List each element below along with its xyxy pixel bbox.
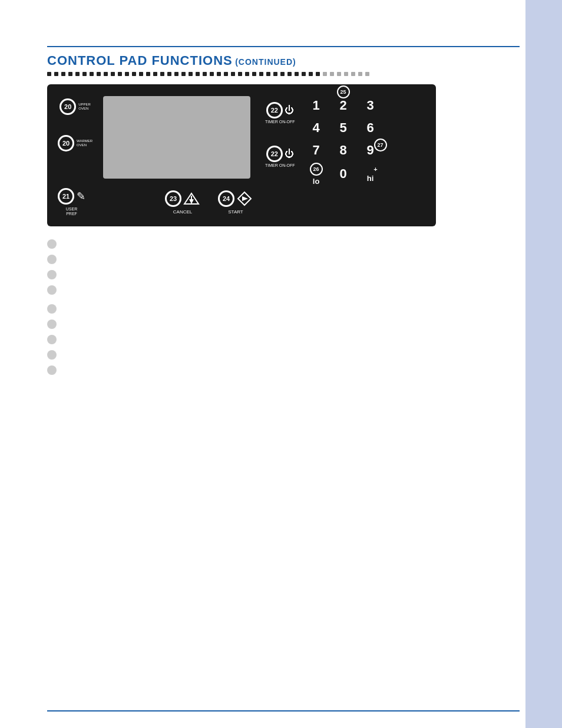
bullet-list <box>47 238 520 375</box>
numpad-row2: 4 5 6 <box>305 118 425 137</box>
dot <box>174 72 178 76</box>
bullet-circle <box>47 255 57 264</box>
btn-20-upper-circle: 20 <box>59 98 76 115</box>
dot <box>231 72 235 76</box>
lo-label: lo <box>313 177 320 186</box>
svg-marker-4 <box>242 196 248 201</box>
btn-20-warmer-circle: 20 <box>58 135 74 151</box>
dot <box>302 72 306 76</box>
key-3[interactable]: 3 <box>362 96 379 115</box>
key-6[interactable]: 6 <box>362 118 379 137</box>
dot <box>68 72 72 76</box>
numpad-row3: 7 8 27 9 <box>305 141 425 160</box>
bullet-item <box>47 269 520 279</box>
key-2[interactable]: 25 2 <box>335 96 352 115</box>
btn-20-warmer-label1: WARMER <box>77 139 92 143</box>
btn-23-label: CANCEL <box>173 209 192 215</box>
dot <box>139 72 143 76</box>
btn-20-upper-oven[interactable]: 20 UPPER OVEN <box>58 98 92 115</box>
dot-light <box>358 72 362 76</box>
dot-light <box>365 72 369 76</box>
dot <box>210 72 214 76</box>
btn-25-badge: 25 <box>337 85 350 98</box>
bottom-divider-line <box>47 710 520 711</box>
page-title-block: CONTROL PAD FUNCTIONS (CONTINUED) <box>47 53 520 68</box>
btn-23-cancel[interactable]: 23 CANCEL <box>165 190 200 215</box>
start-diamond-icon <box>236 190 253 207</box>
dot <box>97 72 101 76</box>
svg-marker-2 <box>189 199 194 204</box>
numpad-row1: 1 25 2 3 <box>305 96 425 115</box>
dot <box>54 72 58 76</box>
btn-24-start[interactable]: 24 START <box>218 190 253 215</box>
btn-24-label: START <box>228 209 243 215</box>
numpad-row4: 26 lo 0 + hi <box>305 164 425 183</box>
key-1[interactable]: 1 <box>308 96 325 115</box>
dot-light <box>351 72 355 76</box>
dot <box>167 72 171 76</box>
cancel-down-arrow-icon <box>183 192 200 206</box>
dot <box>295 72 299 76</box>
key-7[interactable]: 7 <box>308 141 325 160</box>
bullet-item <box>47 318 520 329</box>
btn-20-upper-label2: OVEN <box>78 107 88 111</box>
btn-23-circle: 23 <box>165 190 181 207</box>
bullet-item <box>47 303 520 314</box>
dot <box>266 72 270 76</box>
btn-22-bottom-timer[interactable]: 22 ⏻ timer on-off <box>265 146 295 168</box>
btn-22-bottom-circle: 22 <box>266 146 283 162</box>
dot <box>203 72 207 76</box>
key-5[interactable]: 5 <box>335 118 352 137</box>
key-8[interactable]: 8 <box>335 141 352 160</box>
key-hi[interactable]: + hi <box>362 164 379 183</box>
timer-column: 22 ⏻ timer on-off 22 ⏻ timer on-off <box>265 96 295 169</box>
key-0[interactable]: 0 <box>335 164 352 183</box>
hi-label: hi <box>367 174 374 183</box>
dot <box>224 72 228 76</box>
dot <box>287 72 292 76</box>
btn-22-bottom-sub: timer on-off <box>265 163 295 168</box>
key-9[interactable]: 27 9 <box>362 141 379 160</box>
btn-21-user-pref[interactable]: 21 ✎ user pref <box>58 188 85 217</box>
numpad-area: 1 25 2 3 4 <box>305 96 425 183</box>
bullet-circle <box>47 270 57 279</box>
btn-20-warmer-oven[interactable]: 20 WARMER OVEN <box>58 135 92 151</box>
panel-left: 20 UPPER OVEN 20 <box>58 96 258 217</box>
dot-light <box>344 72 348 76</box>
btn-20-upper-label1: UPPER <box>78 103 91 107</box>
page-title-sub: (CONTINUED) <box>235 57 296 67</box>
dot <box>125 72 129 76</box>
dot <box>146 72 150 76</box>
left-button-column: 20 UPPER OVEN 20 <box>58 96 92 151</box>
bullet-circle <box>47 350 57 360</box>
dot-light <box>323 72 327 76</box>
btn-26-badge: 26 <box>310 163 323 176</box>
dot <box>61 72 65 76</box>
bullet-circle <box>47 285 57 295</box>
bullet-item <box>47 284 520 295</box>
dot <box>111 72 115 76</box>
dot <box>90 72 94 76</box>
dot-light <box>337 72 341 76</box>
panel-right: 22 ⏻ timer on-off 22 ⏻ timer on-off <box>265 96 425 217</box>
btn-20-warmer-label2: OVEN <box>77 143 87 147</box>
bullet-item <box>47 238 520 249</box>
key-4[interactable]: 4 <box>308 118 325 137</box>
bullet-item <box>47 349 520 360</box>
dot <box>252 72 256 76</box>
dot <box>273 72 277 76</box>
dot <box>132 72 136 76</box>
bullet-circle <box>47 319 57 329</box>
dot <box>259 72 263 76</box>
dot <box>118 72 122 76</box>
dot <box>217 72 221 76</box>
page-title-main: CONTROL PAD FUNCTIONS <box>47 53 233 68</box>
main-content: CONTROL PAD FUNCTIONS (CONTINUED) <box>47 53 520 375</box>
btn-22-top-timer[interactable]: 22 ⏻ timer on-off <box>265 102 295 124</box>
btn-22-top-sub: timer on-off <box>265 120 295 124</box>
dot <box>189 72 193 76</box>
key-lo[interactable]: 26 lo <box>308 164 325 183</box>
dot <box>196 72 200 76</box>
dot <box>181 72 186 76</box>
display-screen <box>103 96 250 179</box>
